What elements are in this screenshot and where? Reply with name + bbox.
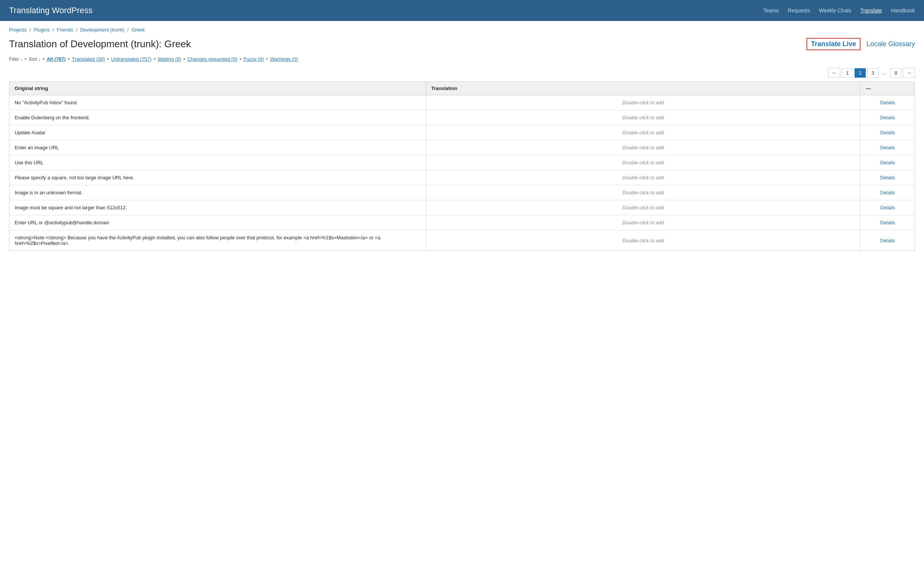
table-row: Update AvatarDouble-click to addDetails [10,125,915,140]
original-string-cell: Image is in an unknown format. [10,185,426,200]
double-click-hint: Double-click to add [432,100,855,105]
page-3[interactable]: 3 [867,68,879,78]
breadcrumb-item-3[interactable]: Development (trunk) [80,27,125,33]
locale-glossary-link[interactable]: Locale Glossary [867,40,915,48]
action-cell: Details [860,185,915,200]
table-row: Enable Gutenberg on the frontend.Double-… [10,110,915,125]
details-link[interactable]: Details [880,130,895,135]
original-string-cell: <strong>Note:</strong> Because you have … [10,230,426,251]
nav-link-translate[interactable]: Translate [860,8,882,14]
filter-0[interactable]: All (787) [46,56,66,62]
table-row: Image is in an unknown format.Double-cli… [10,185,915,200]
filter-4[interactable]: Changes requested (0) [187,56,237,62]
action-cell: Details [860,155,915,170]
table-row: Image must be square and not larger than… [10,200,915,215]
pagination-next[interactable]: → [903,68,915,78]
action-cell: Details [860,95,915,110]
filter-5[interactable]: Fuzzy (0) [244,56,264,62]
details-link[interactable]: Details [880,145,895,151]
details-link[interactable]: Details [880,100,895,105]
double-click-hint: Double-click to add [432,145,855,151]
original-string-header: Original string [10,82,426,95]
double-click-hint: Double-click to add [432,220,855,226]
table-row: Please specify a square, not too large i… [10,170,915,185]
original-string-cell: No "ActivityPub Inbox" found [10,95,426,110]
table-row: No "ActivityPub Inbox" foundDouble-click… [10,95,915,110]
pagination-prev[interactable]: ← [828,68,840,78]
details-link[interactable]: Details [880,190,895,195]
page-8[interactable]: 8 [890,68,902,78]
page-title: Translation of Development (trunk): Gree… [9,38,191,50]
details-link[interactable]: Details [880,220,895,226]
translation-cell[interactable]: Double-click to add [426,95,860,110]
title-row: Translation of Development (trunk): Gree… [9,38,915,50]
page-2[interactable]: 2 [854,68,866,78]
details-link[interactable]: Details [880,205,895,210]
details-link[interactable]: Details [880,160,895,165]
nav-link-requests[interactable]: Requests [788,8,810,14]
sort-label[interactable]: Sort ↓ [29,57,41,62]
original-string-cell: Update Avatar [10,125,426,140]
main-nav: TeamsRequestsWeekly ChatsTranslateHandbo… [763,8,915,14]
details-link[interactable]: Details [880,238,895,243]
translation-cell[interactable]: Double-click to add [426,140,860,155]
double-click-hint: Double-click to add [432,175,855,180]
breadcrumb-item-0[interactable]: Projects [9,27,27,33]
main-content: Projects / Plugins / Friends / Developme… [0,21,924,257]
filter-1[interactable]: Translated (30) [72,56,105,62]
action-header: — [860,82,915,95]
double-click-hint: Double-click to add [432,205,855,210]
original-string-cell: Enter URL or @activitypub@handle.domain [10,215,426,230]
action-cell: Details [860,125,915,140]
double-click-hint: Double-click to add [432,160,855,165]
details-link[interactable]: Details [880,115,895,121]
translation-cell[interactable]: Double-click to add [426,230,860,251]
nav-link-teams[interactable]: Teams [763,8,779,14]
table-row: Enter an image URLDouble-click to addDet… [10,140,915,155]
original-string-cell: Please specify a square, not too large i… [10,170,426,185]
original-string-cell: Enable Gutenberg on the frontend. [10,110,426,125]
double-click-hint: Double-click to add [432,115,855,121]
action-cell: Details [860,110,915,125]
translation-cell[interactable]: Double-click to add [426,110,860,125]
translation-cell[interactable]: Double-click to add [426,155,860,170]
double-click-hint: Double-click to add [432,238,855,243]
breadcrumb: Projects / Plugins / Friends / Developme… [9,27,915,33]
pagination-ellipsis: ... [880,68,889,77]
action-cell: Details [860,215,915,230]
table-body: No "ActivityPub Inbox" foundDouble-click… [10,95,915,251]
translation-cell[interactable]: Double-click to add [426,170,860,185]
table-row: Enter URL or @activitypub@handle.domainD… [10,215,915,230]
action-cell: Details [860,230,915,251]
double-click-hint: Double-click to add [432,190,855,195]
translation-cell[interactable]: Double-click to add [426,125,860,140]
double-click-hint: Double-click to add [432,130,855,135]
filter-label[interactable]: Filter ↓ [9,57,22,62]
table-row: Use this URLDouble-click to addDetails [10,155,915,170]
filter-6[interactable]: Warnings (0) [270,56,298,62]
table-header-row: Original string Translation — [10,82,915,95]
filter-bar: Filter ↓•Sort ↓•All (787)•Translated (30… [9,56,915,62]
translation-cell[interactable]: Double-click to add [426,200,860,215]
original-string-cell: Enter an image URL [10,140,426,155]
breadcrumb-item-2[interactable]: Friends [57,27,73,33]
title-actions: Translate Live Locale Glossary [806,38,915,50]
table-row: <strong>Note:</strong> Because you have … [10,230,915,251]
nav-link-weekly-chats[interactable]: Weekly Chats [819,8,851,14]
translation-cell[interactable]: Double-click to add [426,215,860,230]
site-title: Translating WordPress [9,6,93,15]
breadcrumb-item-1[interactable]: Plugins [34,27,50,33]
nav-link-handbook[interactable]: Handbook [891,8,915,14]
page-1[interactable]: 1 [842,68,853,78]
filter-2[interactable]: Untranslated (757) [111,56,152,62]
translate-live-button[interactable]: Translate Live [806,38,860,50]
filter-3[interactable]: Waiting (0) [158,56,181,62]
site-header: Translating WordPress TeamsRequestsWeekl… [0,0,924,21]
translation-table: Original string Translation — No "Activi… [9,81,915,251]
action-cell: Details [860,140,915,155]
details-link[interactable]: Details [880,175,895,180]
translation-cell[interactable]: Double-click to add [426,185,860,200]
breadcrumb-item-4[interactable]: Greek [131,27,145,33]
translation-header: Translation [426,82,860,95]
original-string-cell: Use this URL [10,155,426,170]
